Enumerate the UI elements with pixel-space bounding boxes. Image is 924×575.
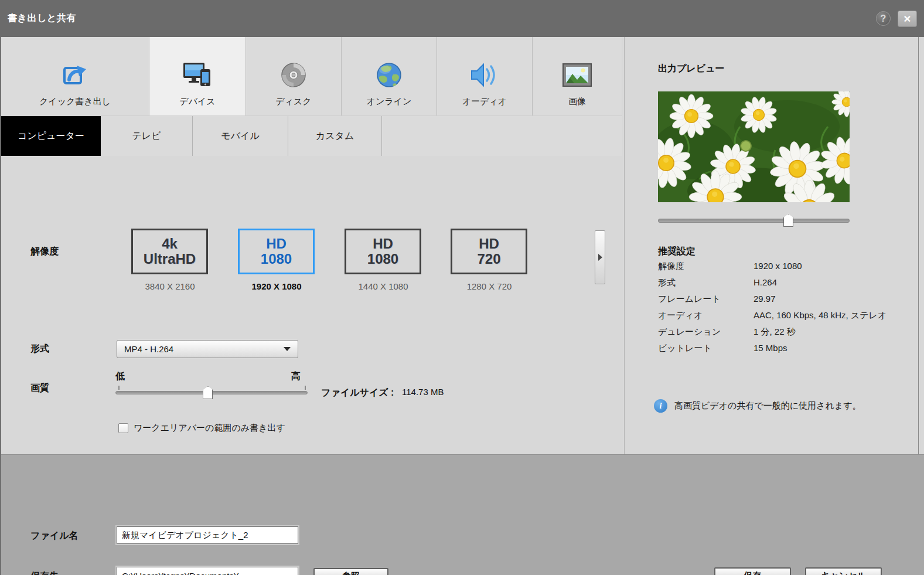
rec-label: フレームレート xyxy=(658,294,753,305)
file-name-input[interactable] xyxy=(117,526,298,544)
subtab-filler xyxy=(382,116,622,156)
subtab-computer[interactable]: コンピューター xyxy=(1,116,101,156)
tab-devices[interactable]: デバイス xyxy=(149,37,246,115)
preset-caption: 1920 X 1080 xyxy=(224,281,329,291)
work-area-checkbox[interactable] xyxy=(118,423,128,433)
rec-label: 形式 xyxy=(658,277,753,288)
rec-row-bitrate: ビットレート 15 Mbps xyxy=(658,343,916,354)
export-settings-panel: 解像度 4k UltraHD 3840 X 2160 HD 1080 1920 … xyxy=(1,156,624,491)
preset-title: 4k xyxy=(162,236,178,251)
export-share-dialog: クイック書き出し デバイス xyxy=(0,37,924,575)
save-to-input[interactable] xyxy=(117,567,298,575)
export-target-tabs: クイック書き出し デバイス xyxy=(1,37,622,115)
devices-icon xyxy=(182,60,213,90)
help-icon[interactable]: ? xyxy=(876,11,891,26)
image-icon xyxy=(562,60,592,90)
preview-slider-track[interactable] xyxy=(658,219,850,223)
recommended-settings-list: 解像度 1920 x 1080 形式 H.264 フレームレート 29.97 オ… xyxy=(658,261,916,359)
rec-value: 15 Mbps xyxy=(753,343,916,354)
preset-caption: 3840 X 2160 xyxy=(117,281,223,291)
preset-scroll-right-button[interactable] xyxy=(595,230,605,284)
quality-high-label: 高 xyxy=(291,370,301,383)
rec-label: 解像度 xyxy=(658,261,753,272)
tab-image[interactable]: 画像 xyxy=(533,37,622,115)
rec-value: 1 分, 22 秒 xyxy=(753,326,916,338)
tab-label: 画像 xyxy=(568,96,586,107)
tab-quick-export[interactable]: クイック書き出し xyxy=(1,37,149,115)
output-preview-title: 出力プレビュー xyxy=(658,63,725,75)
preset-caption: 1280 X 720 xyxy=(437,281,542,291)
panel-edge-divider xyxy=(918,37,919,454)
rec-label: デュレーション xyxy=(658,326,753,338)
dialog-footer: ファイル名 保存先 参照 保存 キャンセル xyxy=(1,454,924,575)
tab-label: デバイス xyxy=(179,96,215,107)
chevron-right-icon xyxy=(598,254,602,261)
chevron-down-icon xyxy=(284,347,291,351)
preset-title: HD xyxy=(479,236,499,251)
subtab-mobile[interactable]: モバイル xyxy=(193,116,288,156)
info-icon: i xyxy=(654,399,667,413)
preview-slider-thumb[interactable] xyxy=(783,214,793,227)
preset-title: 1080 xyxy=(367,251,398,267)
preset-hd720[interactable]: HD 720 xyxy=(451,229,527,274)
preset-caption: 1440 X 1080 xyxy=(330,281,436,291)
preset-4k-ultrahd[interactable]: 4k UltraHD xyxy=(131,229,208,274)
file-size-value: 114.73 MB xyxy=(402,387,444,397)
preset-hd1080-1440[interactable]: HD 1080 xyxy=(345,229,421,274)
quality-slider-track[interactable] xyxy=(115,391,308,394)
close-icon[interactable]: × xyxy=(898,11,917,27)
preset-title: 1080 xyxy=(261,251,292,267)
usage-note: i 高画質ビデオの共有で一般的に使用されます。 xyxy=(654,399,861,413)
online-icon xyxy=(376,60,403,90)
output-preview-panel: 出力プレビュー xyxy=(624,37,924,454)
rec-value: 29.97 xyxy=(753,294,916,305)
file-size-label: ファイルサイズ : xyxy=(321,387,394,399)
slider-tick xyxy=(118,386,120,390)
rec-value: H.264 xyxy=(753,277,916,288)
format-value: MP4 - H.264 xyxy=(124,344,173,354)
browse-button[interactable]: 参照 xyxy=(313,568,388,575)
save-button[interactable]: 保存 xyxy=(714,567,791,575)
slider-tick xyxy=(305,386,306,390)
rec-value: 1920 x 1080 xyxy=(753,261,916,272)
preset-title: 720 xyxy=(477,251,500,267)
tab-label: オーディオ xyxy=(462,96,507,107)
tab-audio[interactable]: オーディオ xyxy=(437,37,533,115)
quick-export-icon xyxy=(62,60,88,90)
preset-title: HD xyxy=(266,236,287,251)
rec-value: AAC, 160 Kbps, 48 kHz, ステレオ xyxy=(753,310,916,321)
usage-note-text: 高画質ビデオの共有で一般的に使用されます。 xyxy=(674,400,861,411)
tab-online[interactable]: オンライン xyxy=(342,37,437,115)
rec-row-audio: オーディオ AAC, 160 Kbps, 48 kHz, ステレオ xyxy=(658,310,916,321)
file-name-label: ファイル名 xyxy=(30,530,79,542)
audio-icon xyxy=(469,60,500,90)
cancel-button[interactable]: キャンセル xyxy=(805,567,882,575)
dialog-titlebar: 書き出しと共有 ? × xyxy=(0,0,924,37)
rec-row-format: 形式 H.264 xyxy=(658,277,916,288)
quality-slider-thumb[interactable] xyxy=(203,386,213,399)
subtab-tv[interactable]: テレビ xyxy=(101,116,193,156)
work-area-option: ワークエリアバーの範囲のみ書き出す xyxy=(118,423,285,434)
rec-label: オーディオ xyxy=(658,310,753,321)
tab-label: クイック書き出し xyxy=(39,96,111,107)
quality-label: 画質 xyxy=(30,382,49,394)
format-label: 形式 xyxy=(30,343,49,355)
rec-row-resolution: 解像度 1920 x 1080 xyxy=(658,261,916,272)
quality-low-label: 低 xyxy=(115,370,125,383)
preset-title: UltraHD xyxy=(144,251,196,267)
rec-row-framerate: フレームレート 29.97 xyxy=(658,294,916,305)
preset-hd1080-1920[interactable]: HD 1080 xyxy=(238,229,315,274)
rec-row-duration: デュレーション 1 分, 22 秒 xyxy=(658,326,916,338)
preset-title: HD xyxy=(373,236,393,251)
recommended-settings-title: 推奨設定 xyxy=(658,246,695,258)
tab-label: ディスク xyxy=(275,96,311,107)
subtab-custom[interactable]: カスタム xyxy=(288,116,382,156)
tab-disc[interactable]: ディスク xyxy=(246,37,342,115)
format-select[interactable]: MP4 - H.264 xyxy=(117,340,298,358)
save-to-label: 保存先 xyxy=(30,570,59,575)
tab-label: オンライン xyxy=(367,96,412,107)
work-area-checkbox-label: ワークエリアバーの範囲のみ書き出す xyxy=(134,423,285,434)
resolution-label: 解像度 xyxy=(30,246,59,258)
disc-icon xyxy=(280,60,307,90)
rec-label: ビットレート xyxy=(658,343,753,354)
